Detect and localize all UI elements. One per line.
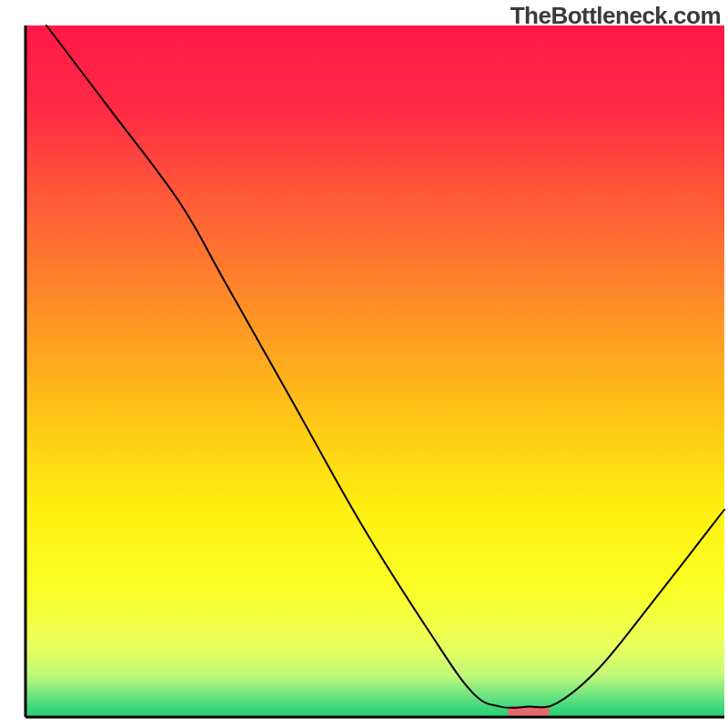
watermark-text: TheBottleneck.com [511,2,721,30]
chart-container: TheBottleneck.com [0,0,728,728]
gradient-background [25,25,724,717]
bottleneck-chart [0,0,728,728]
